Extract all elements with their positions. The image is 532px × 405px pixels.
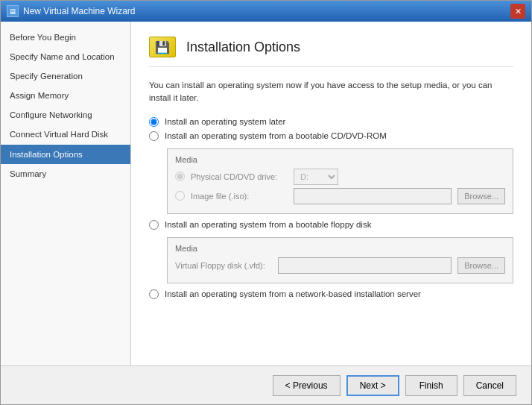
title-bar: 🖥 New Virtual Machine Wizard ✕ [1,1,531,22]
radio-bootable-cd[interactable] [149,131,159,141]
next-button[interactable]: Next > [346,375,399,396]
label-iso-file: Image file (.iso): [191,192,288,201]
wizard-content: Before You Begin Specify Name and Locati… [1,22,531,365]
media-section-floppy: Media Virtual Floppy disk (.vfd): Browse… [167,237,513,283]
image-file-row: Image file (.iso): Browse... [175,188,505,204]
radio-network[interactable] [149,289,159,299]
option-install-later: Install an operating system later [149,117,513,127]
finish-button[interactable]: Finish [405,375,457,396]
window-title: New Virtual Machine Wizard [23,6,136,16]
physical-cd-row: Physical CD/DVD drive: D: [175,169,505,185]
sidebar-item-installation-options[interactable]: Installation Options [1,145,130,164]
close-button[interactable]: ✕ [510,4,525,19]
sidebar-item-connect-hard-disk[interactable]: Connect Virtual Hard Disk [1,125,130,144]
sidebar: Before You Begin Specify Name and Locati… [1,22,131,365]
vfd-input [278,257,452,274]
option-network: Install an operating system from a netwo… [149,289,513,299]
option-bootable-cd: Install an operating system from a boota… [149,131,513,141]
cd-drive-select: D: [294,169,338,185]
panel-description: You can install an operating system now … [149,79,513,105]
label-install-later[interactable]: Install an operating system later [165,117,285,126]
sidebar-item-configure-networking[interactable]: Configure Networking [1,105,130,125]
iso-file-input [294,188,452,204]
radio-iso-file [175,191,185,201]
wizard-window: 🖥 New Virtual Machine Wizard ✕ Before Yo… [0,0,532,405]
option-floppy: Install an operating system from a boota… [149,220,513,230]
label-bootable-cd[interactable]: Install an operating system from a boota… [165,131,387,140]
media-label-floppy: Media [175,244,505,253]
sidebar-item-summary[interactable]: Summary [1,164,130,183]
radio-floppy[interactable] [149,220,159,230]
main-panel: 💾 Installation Options You can install a… [131,22,531,365]
media-section-cd: Media Physical CD/DVD drive: D: Image fi… [167,148,513,214]
label-floppy[interactable]: Install an operating system from a boota… [165,220,371,229]
sidebar-item-before-you-begin[interactable]: Before You Begin [1,28,130,47]
label-network[interactable]: Install an operating system from a netwo… [165,289,421,298]
browse-vfd-button: Browse... [457,257,505,274]
radio-install-later[interactable] [149,117,159,127]
virtual-floppy-row: Virtual Floppy disk (.vfd): Browse... [175,257,505,274]
sidebar-item-specify-name[interactable]: Specify Name and Location [1,47,130,66]
panel-icon: 💾 [149,37,176,57]
title-bar-left: 🖥 New Virtual Machine Wizard [7,5,136,17]
browse-iso-button: Browse... [457,188,505,204]
previous-button[interactable]: < Previous [273,375,341,396]
media-label-cd: Media [175,155,505,164]
radio-physical-cd [175,172,185,181]
sidebar-item-assign-memory[interactable]: Assign Memory [1,86,130,105]
panel-header: 💾 Installation Options [149,37,513,67]
panel-title: Installation Options [186,40,300,55]
window-icon: 🖥 [7,5,19,17]
label-physical-cd: Physical CD/DVD drive: [191,172,288,181]
sidebar-item-specify-generation[interactable]: Specify Generation [1,66,130,86]
cancel-button[interactable]: Cancel [463,375,516,396]
label-virtual-floppy: Virtual Floppy disk (.vfd): [175,261,272,270]
wizard-footer: < Previous Next > Finish Cancel [1,365,531,404]
